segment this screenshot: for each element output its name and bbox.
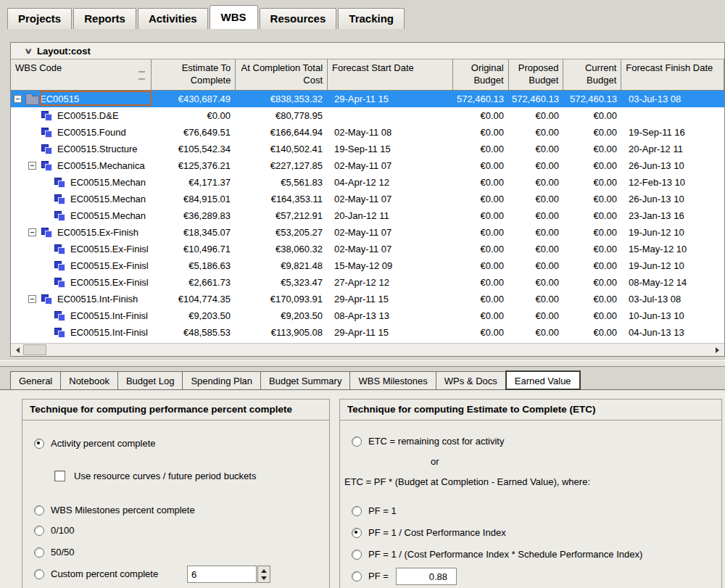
forecast-finish-cell: 10-Jun-13 10: [623, 307, 724, 324]
table-row[interactable]: EC00515.Mechan€4,171.37€5,561.8304-Apr-1…: [11, 174, 724, 191]
column-header-current-budget[interactable]: Current Budget: [563, 59, 621, 90]
tab-tracking[interactable]: Tracking: [338, 8, 405, 29]
column-header-wbs-code[interactable]: WBS Code: [11, 59, 152, 90]
spin-down-button[interactable]: [258, 574, 270, 582]
table-row[interactable]: EC00515.Ex-Finisl€5,186.63€9,821.4815-Ma…: [11, 257, 724, 274]
spin-up-button[interactable]: [258, 566, 270, 574]
detail-tab-wbs-milestones[interactable]: WBS Milestones: [349, 371, 435, 390]
layout-options-bar[interactable]: ∨ Layout:cost: [11, 43, 724, 59]
left-panel-option: Activity percent complete: [34, 438, 156, 449]
tab-wbs[interactable]: WBS: [210, 5, 258, 29]
radio-0-100[interactable]: [34, 526, 44, 536]
table-row[interactable]: EC00515.Int-Finisl€9,203.50€9,203.5008-A…: [11, 307, 724, 324]
at-completion-total-cost-cell: €5,323.47: [236, 274, 328, 291]
collapse-icon[interactable]: −: [28, 162, 36, 170]
left-panel-option: Use resource curves / future period buck…: [54, 471, 256, 481]
radio-50-50[interactable]: [34, 547, 44, 558]
detail-tab-notebook[interactable]: Notebook: [60, 371, 117, 390]
collapse-icon[interactable]: −: [28, 295, 36, 303]
tab-reports[interactable]: Reports: [73, 8, 136, 29]
tab-projects[interactable]: Projects: [7, 8, 72, 29]
table-row[interactable]: −EC00515.Ex-Finish€18,345.07€53,205.2702…: [11, 224, 724, 241]
scrollbar-thumb[interactable]: [23, 344, 46, 355]
radio-activity-percent-complete[interactable]: [34, 439, 44, 449]
radio-pf-1-cost-performance-index-schedule-per[interactable]: [352, 550, 362, 560]
wbs-code-cell: EC00515.Ex-Finisl: [11, 274, 152, 291]
pf-value-input[interactable]: [397, 568, 456, 584]
table-row[interactable]: EC00515.Int-Finisl€48,585.53€113,905.082…: [11, 324, 724, 340]
tab-activities[interactable]: Activities: [138, 8, 208, 29]
forecast-finish-cell: 26-Jun-13 10: [623, 191, 724, 207]
table-row[interactable]: EC00515.Ex-Finisl€10,496.71€38,060.3202-…: [11, 241, 724, 257]
spinner-control[interactable]: [257, 566, 270, 583]
detail-tab-wps-docs[interactable]: WPs & Docs: [436, 371, 505, 390]
radio-pf-1-cost-performance-index[interactable]: [352, 528, 362, 538]
header-options-icon[interactable]: [138, 71, 145, 80]
radio-wbs-milestones-percent-complete[interactable]: [34, 505, 44, 515]
original-budget-cell: €0.00: [454, 307, 510, 324]
table-row[interactable]: EC00515.Mechan€84,915.01€164,353.1102-Ma…: [11, 191, 724, 207]
column-header-forecast-finish-date[interactable]: Forecast Finish Date: [621, 59, 724, 90]
scroll-left-button[interactable]: [11, 344, 23, 356]
left-panel-option: 50/50: [34, 547, 75, 558]
detail-tab-budget-log[interactable]: Budget Log: [117, 371, 183, 390]
forecast-finish-cell: 26-Jun-13 10: [623, 157, 724, 174]
forecast-finish-cell: 19-Jun-12 10: [623, 257, 724, 274]
original-budget-cell: €0.00: [454, 124, 510, 141]
current-budget-cell: €0.00: [565, 107, 623, 124]
column-header-at-completion-total-cost[interactable]: At Completion Total Cost: [236, 59, 328, 90]
table-row[interactable]: −EC00515.Int-Finish€104,774.35€170,093.9…: [11, 291, 724, 307]
detail-tab-budget-summary[interactable]: Budget Summary: [260, 371, 349, 390]
estimate-to-complete-cell: €0.00: [152, 107, 236, 124]
groupbox-title: Technique for computing performance perc…: [22, 399, 329, 421]
at-completion-total-cost-cell: €227,127.85: [236, 157, 328, 174]
collapse-icon[interactable]: −: [14, 95, 22, 103]
detail-tab-spending-plan[interactable]: Spending Plan: [182, 371, 260, 390]
radio-custom-percent-complete[interactable]: [34, 569, 44, 579]
column-header-estimate-to-complete[interactable]: Estimate To Complete: [152, 59, 236, 90]
estimate-to-complete-cell: €36,289.83: [152, 207, 236, 224]
table-row[interactable]: EC00515.Found€76,649.51€166,644.9402-May…: [11, 124, 724, 141]
radio-pf-[interactable]: [352, 571, 362, 581]
original-budget-cell: 572,460.13: [454, 91, 510, 107]
collapse-icon[interactable]: −: [28, 228, 36, 236]
at-completion-total-cost-cell: €113,905.08: [236, 324, 328, 340]
column-header-forecast-start-date[interactable]: Forecast Start Date: [328, 59, 453, 90]
wbs-icon: [54, 178, 65, 187]
wbs-code-text: EC00515.Ex-Finisl: [70, 277, 149, 288]
table-row[interactable]: −EC00515.Mechanica€125,376.21€227,127.85…: [11, 157, 724, 174]
etc-formula-text: ETC = PF * (Budget at Completion - Earne…: [344, 476, 590, 487]
wbs-code-cell: EC00515.Ex-Finisl: [11, 241, 152, 257]
wbs-code-cell: EC00515.Structure: [11, 141, 152, 157]
option-label: PF = 1: [368, 505, 397, 516]
custom-percent-input[interactable]: [188, 566, 256, 582]
pf-value-field[interactable]: [396, 568, 457, 585]
wbs-icon: [41, 294, 52, 304]
detail-tab-earned-value[interactable]: Earned Value: [505, 370, 581, 390]
wbs-icon: [54, 278, 65, 287]
table-row[interactable]: EC00515.Ex-Finisl€2,661.73€5,323.4727-Ap…: [11, 274, 724, 291]
checkbox-use-resource-curves-future-period-bucket[interactable]: [54, 471, 65, 481]
tab-resources[interactable]: Resources: [260, 8, 337, 29]
table-row[interactable]: EC00515.D&E€0.00€80,778.95€0.00€0.00€0.0…: [11, 107, 724, 124]
horizontal-scrollbar[interactable]: [11, 343, 724, 356]
wbs-code-text: EC00515: [40, 94, 79, 104]
detail-tab-general[interactable]: General: [10, 371, 60, 390]
right-panel-option: PF = 1 / (Cost Performance Index * Sched…: [352, 549, 642, 560]
top-tab-bar: ProjectsReportsActivitiesWBSResourcesTra…: [7, 6, 406, 29]
wbs-code-cell: −EC00515.Ex-Finish: [11, 224, 152, 241]
table-row[interactable]: EC00515.Structure€105,542.34€140,502.411…: [11, 141, 724, 157]
wbs-icon: [41, 144, 52, 154]
column-header-proposed-budget[interactable]: Proposed Budget: [509, 59, 564, 90]
custom-percent-field[interactable]: [187, 566, 257, 583]
panel-splitter[interactable]: [0, 360, 725, 367]
column-header-original-budget[interactable]: Original Budget: [453, 59, 509, 90]
table-row[interactable]: −EC00515€430,687.49€838,353.3229-Apr-11 …: [11, 91, 724, 107]
forecast-finish-cell: [623, 107, 724, 124]
radio-pf-1[interactable]: [352, 506, 362, 516]
table-row[interactable]: EC00515.Mechan€36,289.83€57,212.9120-Jan…: [11, 207, 724, 224]
estimate-to-complete-cell: €76,649.51: [152, 124, 236, 141]
triangle-down-icon: [261, 576, 267, 583]
radio-etc-remaining-cost-for-activity[interactable]: [352, 436, 362, 447]
scroll-right-button[interactable]: [712, 344, 724, 356]
